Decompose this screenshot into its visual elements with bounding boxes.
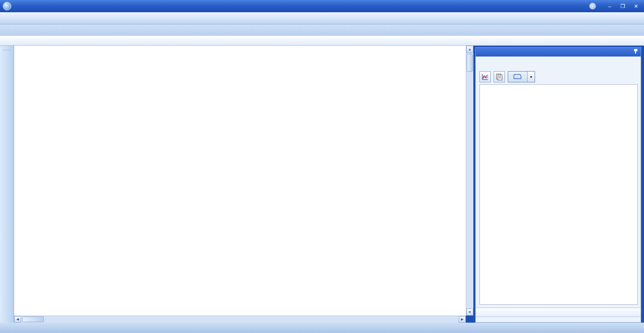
chart-readout-bar: [476, 308, 641, 317]
scroll-left-button[interactable]: ◀: [14, 316, 21, 323]
main-toolbar: [0, 12, 644, 24]
horizontal-scrollbar[interactable]: ◀ ▶: [14, 316, 466, 323]
scroll-up-button[interactable]: ▲: [466, 46, 473, 53]
chart-plot-area[interactable]: [500, 96, 636, 296]
minimize-button[interactable]: –: [605, 3, 614, 9]
data-palette-titlebar: [476, 48, 641, 57]
left-tool-rail: [0, 46, 14, 323]
flow-pattern-dropdown[interactable]: ▼: [508, 71, 535, 82]
pipe-style-row: [0, 36, 644, 46]
chart-toolbar: ▼: [479, 70, 638, 83]
close-button[interactable]: ✕: [632, 3, 640, 9]
pin-icon[interactable]: [633, 49, 638, 55]
data-palette-tabs: [477, 58, 640, 68]
status-bar: [0, 323, 644, 333]
flow-pattern-icon: [508, 72, 527, 82]
schematic-canvas[interactable]: [14, 46, 466, 316]
menu-bar: – ❐ ✕: [0, 0, 644, 12]
scroll-down-button[interactable]: ▼: [466, 309, 473, 316]
chart-button[interactable]: [479, 71, 491, 82]
share-icon: [589, 3, 596, 9]
vertical-scroll-thumb[interactable]: [467, 54, 473, 72]
application-window: – ❐ ✕ ▲ ▼ ◀ ▶: [0, 0, 644, 333]
data-palette-panel: ▼: [475, 47, 641, 323]
horizontal-scroll-thumb[interactable]: [22, 317, 44, 322]
vertical-scrollbar[interactable]: ▲ ▼: [466, 46, 473, 316]
flow-pattern-chart: [479, 84, 638, 305]
chevron-down-icon: ▼: [527, 72, 535, 82]
scroll-right-button[interactable]: ▶: [459, 316, 466, 323]
app-logo-icon: [3, 2, 11, 10]
restore-button[interactable]: ❐: [619, 3, 627, 9]
copy-chart-button[interactable]: [494, 71, 505, 82]
component-tab-bar: [0, 24, 644, 36]
